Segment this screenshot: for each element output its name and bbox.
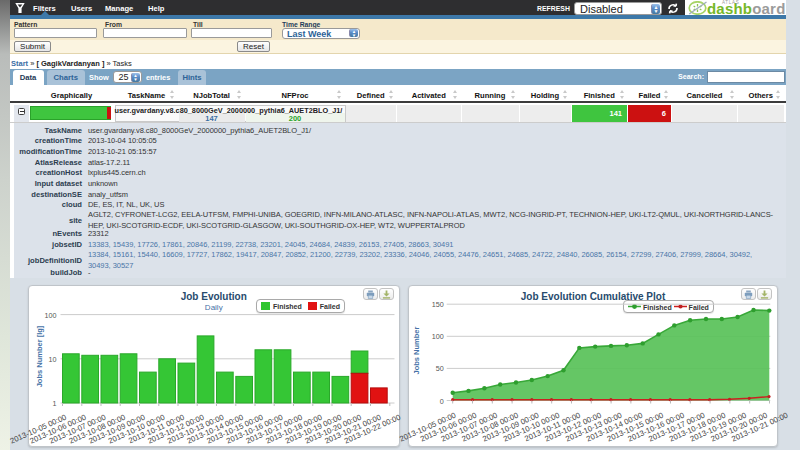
svg-text:100: 100 (45, 311, 57, 320)
svg-text:1: 1 (53, 399, 57, 408)
svg-text:150: 150 (432, 300, 444, 309)
svg-text:0: 0 (440, 397, 444, 406)
svg-text:50: 50 (436, 364, 444, 373)
svg-text:10: 10 (49, 355, 57, 364)
svg-text:100: 100 (432, 332, 444, 341)
